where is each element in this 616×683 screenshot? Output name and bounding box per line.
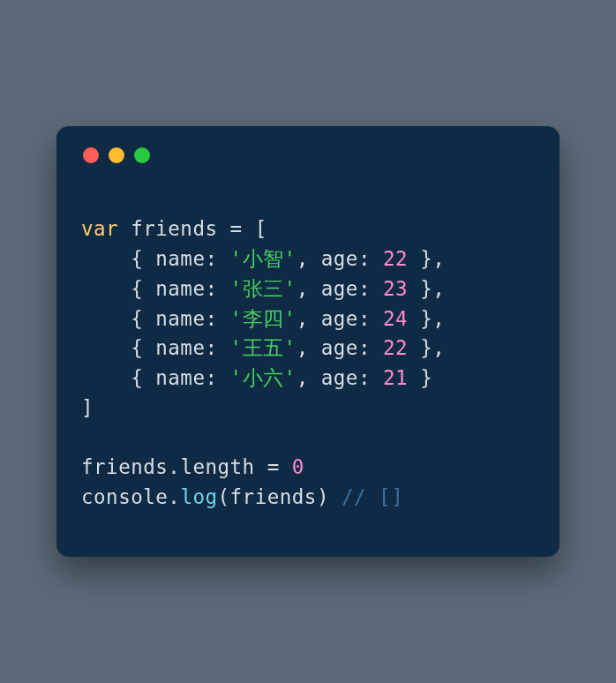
colon: : <box>358 336 371 359</box>
brace-open: { <box>131 247 143 270</box>
comma: , <box>432 336 445 359</box>
num-age-3: 22 <box>383 336 408 359</box>
brace-close: } <box>420 247 432 270</box>
key-name: name <box>155 366 205 389</box>
brace-close: } <box>420 366 432 389</box>
minimize-icon[interactable] <box>109 147 124 163</box>
key-name: name <box>155 307 205 330</box>
paren-open: ( <box>218 485 230 508</box>
colon: : <box>205 307 217 330</box>
ident-friends: friends <box>81 455 168 478</box>
equals: = <box>230 217 243 240</box>
num-age-4: 21 <box>383 366 408 389</box>
ident-length: length <box>180 455 254 478</box>
dot: . <box>168 485 180 508</box>
maximize-icon[interactable] <box>134 147 150 163</box>
num-age-2: 24 <box>383 307 408 330</box>
comma: , <box>432 307 445 330</box>
colon: : <box>205 366 217 389</box>
brace-open: { <box>131 277 143 300</box>
brace-open: { <box>131 307 143 330</box>
close-icon[interactable] <box>83 147 99 163</box>
ident-friends: friends <box>230 485 317 508</box>
brace-close: } <box>420 336 432 359</box>
ident-log: log <box>180 485 217 508</box>
ident-console: console <box>81 485 168 508</box>
keyword-var: var <box>81 217 118 240</box>
colon: : <box>205 247 217 270</box>
key-age: age <box>321 307 358 330</box>
brace-close: } <box>420 307 432 330</box>
comma: , <box>297 307 309 330</box>
num-zero: 0 <box>292 455 304 478</box>
ident-friends: friends <box>131 217 217 240</box>
comma: , <box>432 247 445 270</box>
num-age-1: 23 <box>383 277 408 300</box>
comma: , <box>297 247 309 270</box>
key-age: age <box>321 247 358 270</box>
colon: : <box>358 247 371 270</box>
comma: , <box>297 366 309 389</box>
traffic-lights <box>83 147 535 163</box>
comma: , <box>432 277 445 300</box>
brace-open: { <box>131 336 143 359</box>
key-age: age <box>321 366 358 389</box>
code-window: var friends = [ { name: '小智', age: 22 },… <box>56 126 560 557</box>
str-name-0: '小智' <box>230 247 297 270</box>
equals: = <box>267 455 280 478</box>
brace-close: } <box>420 277 432 300</box>
colon: : <box>205 277 217 300</box>
key-name: name <box>155 277 205 300</box>
colon: : <box>358 366 371 389</box>
paren-close: ) <box>317 485 329 508</box>
str-name-4: '小六' <box>230 366 297 389</box>
code-block: var friends = [ { name: '小智', age: 22 },… <box>81 214 535 513</box>
brace-open: { <box>131 366 143 389</box>
bracket-open: [ <box>255 217 267 240</box>
str-name-1: '张三' <box>230 277 297 300</box>
comma: , <box>297 336 309 359</box>
colon: : <box>358 277 371 300</box>
comma: , <box>297 277 309 300</box>
num-age-0: 22 <box>383 247 408 270</box>
str-name-3: '王五' <box>230 336 297 359</box>
key-name: name <box>155 336 205 359</box>
colon: : <box>205 336 217 359</box>
comment: // [] <box>342 485 403 508</box>
str-name-2: '李四' <box>230 307 297 330</box>
dot: . <box>168 455 180 478</box>
key-age: age <box>321 277 358 300</box>
bracket-close: ] <box>81 396 94 419</box>
key-age: age <box>321 336 358 359</box>
key-name: name <box>155 247 205 270</box>
colon: : <box>358 307 371 330</box>
